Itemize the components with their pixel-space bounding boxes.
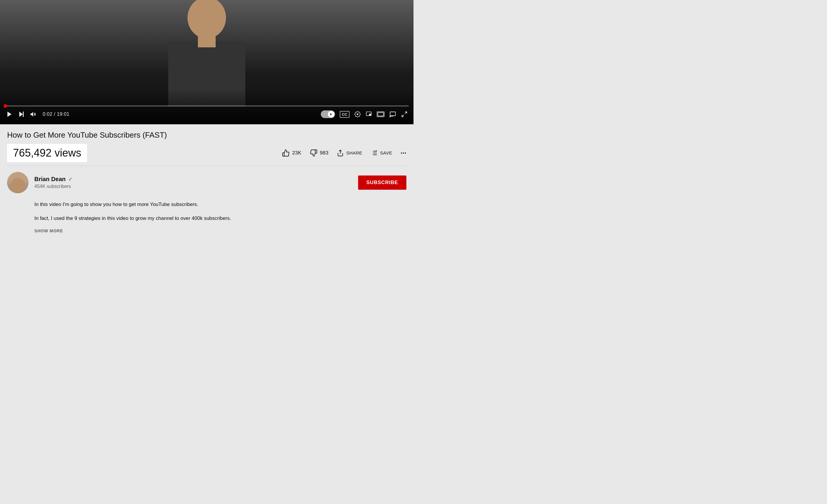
svg-marker-0	[7, 112, 11, 117]
svg-point-5	[357, 113, 358, 115]
theater-button[interactable]	[377, 111, 385, 117]
save-label: SAVE	[380, 150, 392, 155]
fullscreen-button[interactable]	[401, 111, 407, 117]
controls-bar: 0:02 / 19:01 CC	[0, 107, 414, 121]
like-button[interactable]: 23K	[282, 149, 301, 157]
channel-avatar[interactable]	[7, 172, 29, 193]
action-buttons: 23K 983 SHARE	[282, 149, 406, 157]
volume-button[interactable]	[30, 111, 37, 118]
svg-marker-3	[31, 112, 33, 117]
dislike-button[interactable]: 983	[310, 149, 329, 157]
subscribe-button[interactable]: SUBSCRIBE	[358, 175, 406, 190]
svg-rect-7	[369, 114, 371, 115]
description: In this video I'm going to show you how …	[7, 200, 406, 233]
video-title: How to Get More YouTube Subscribers (FAS…	[7, 130, 406, 140]
description-line1: In this video I'm going to show you how …	[34, 200, 406, 209]
progress-bar-container[interactable]	[0, 105, 414, 107]
more-button[interactable]: ···	[400, 149, 406, 157]
like-count: 23K	[292, 150, 301, 156]
time-display: 0:02 / 19:01	[43, 112, 69, 117]
play-button[interactable]	[6, 111, 13, 118]
svg-rect-2	[23, 112, 24, 117]
stats-row: 765,492 views 23K 983	[7, 144, 406, 166]
miniplayer-button[interactable]	[366, 111, 372, 117]
svg-rect-9	[378, 112, 384, 116]
views-count: 765,492 views	[7, 144, 87, 162]
verified-badge: ✓	[68, 176, 72, 183]
progress-fill	[5, 105, 6, 107]
save-button[interactable]: SAVE	[371, 150, 392, 157]
content-area: How to Get More YouTube Subscribers (FAS…	[0, 124, 414, 233]
cast-button[interactable]	[389, 111, 396, 117]
cc-button[interactable]: CC	[340, 111, 349, 118]
svg-marker-4	[330, 113, 332, 116]
svg-line-13	[402, 115, 404, 117]
channel-info: Brian Dean ✓ 454K subscribers	[34, 176, 358, 189]
next-button[interactable]	[18, 111, 25, 118]
svg-rect-10	[390, 112, 395, 116]
svg-line-12	[405, 112, 407, 114]
show-more-button[interactable]: SHOW MORE	[34, 228, 63, 233]
channel-name-row: Brian Dean ✓	[34, 176, 358, 183]
progress-track[interactable]	[5, 105, 409, 107]
settings-button[interactable]	[354, 111, 361, 117]
dislike-count: 983	[320, 150, 329, 156]
share-button[interactable]: SHARE	[337, 150, 362, 157]
autoplay-toggle[interactable]	[321, 110, 335, 118]
description-line2: In fact, I used the 9 strategies in this…	[34, 214, 406, 223]
video-player: 0:02 / 19:01 CC	[0, 0, 414, 124]
channel-name-text[interactable]: Brian Dean	[34, 176, 66, 183]
subscriber-count: 454K subscribers	[34, 184, 358, 189]
channel-row: Brian Dean ✓ 454K subscribers SUBSCRIBE	[7, 172, 406, 193]
share-label: SHARE	[346, 150, 362, 155]
svg-marker-1	[19, 112, 23, 117]
svg-point-11	[390, 116, 390, 117]
